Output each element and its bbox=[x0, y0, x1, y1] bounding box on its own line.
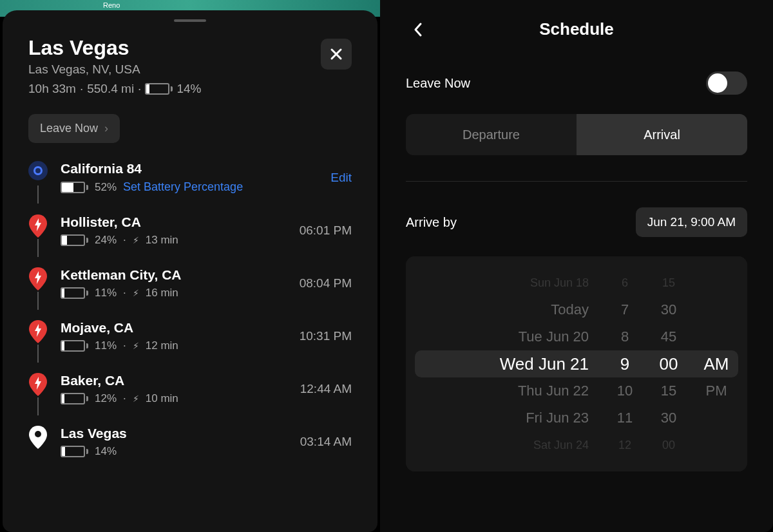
stop-row[interactable]: Mojave, CA 11%·⚡︎12 min 10:31 PM bbox=[28, 320, 352, 373]
departure-arrival-tabs: Departure Arrival bbox=[406, 114, 747, 155]
tab-arrival[interactable]: Arrival bbox=[577, 114, 747, 155]
charger-pin-icon bbox=[29, 373, 47, 396]
stop-name: Baker, CA bbox=[61, 373, 287, 388]
edit-button[interactable]: Edit bbox=[330, 171, 352, 185]
battery-icon bbox=[145, 83, 173, 95]
stop-row[interactable]: California 84 52%Set Battery Percentage … bbox=[28, 161, 352, 214]
stop-meta: 14% bbox=[61, 445, 287, 458]
arrive-by-chip[interactable]: Jun 21, 9:00 AM bbox=[636, 207, 747, 237]
picker-hour: 10 bbox=[613, 383, 636, 399]
bolt-icon: ⚡︎ bbox=[133, 288, 139, 298]
leave-now-button[interactable]: Leave Now › bbox=[28, 114, 120, 143]
datetime-picker[interactable]: Sun Jun 18 6 15 Today 7 30 Tue Jun 20 8 … bbox=[406, 256, 747, 471]
trip-duration: 10h 33m bbox=[28, 82, 76, 96]
battery-icon bbox=[61, 182, 88, 193]
stop-name: California 84 bbox=[61, 161, 318, 176]
close-button[interactable] bbox=[321, 39, 352, 70]
picker-date: Today bbox=[421, 301, 595, 318]
battery-icon bbox=[61, 340, 88, 352]
route-connector bbox=[37, 292, 39, 310]
charger-pin-icon bbox=[29, 267, 47, 290]
battery-icon bbox=[61, 234, 88, 246]
picker-date: Tue Jun 20 bbox=[421, 328, 595, 345]
picker-date: Wed Jun 21 bbox=[421, 354, 595, 374]
charge-duration: 10 min bbox=[146, 392, 178, 405]
battery-icon bbox=[61, 287, 88, 299]
picker-hour: 8 bbox=[613, 328, 636, 345]
svg-point-0 bbox=[35, 431, 41, 437]
stop-time: 03:14 AM bbox=[300, 435, 352, 449]
picker-row[interactable]: Wed Jun 21 9 00 AM bbox=[415, 350, 738, 377]
leave-now-label: Leave Now bbox=[40, 122, 98, 135]
picker-minute: 15 bbox=[654, 383, 683, 399]
stop-meta: 24%·⚡︎13 min bbox=[61, 234, 287, 247]
charge-duration: 16 min bbox=[146, 287, 178, 299]
picker-row[interactable]: Thu Jun 22 10 15 PM bbox=[421, 377, 732, 404]
picker-minute: 00 bbox=[654, 439, 683, 452]
picker-row[interactable]: Today 7 30 bbox=[421, 296, 732, 323]
picker-hour: 11 bbox=[613, 410, 636, 426]
back-button[interactable] bbox=[412, 21, 424, 38]
picker-ampm: AM bbox=[701, 354, 732, 374]
picker-hour: 7 bbox=[613, 301, 636, 318]
arrive-by-label: Arrive by bbox=[406, 215, 457, 230]
stop-meta: 11%·⚡︎12 min bbox=[61, 339, 287, 352]
charger-pin-icon bbox=[29, 214, 47, 238]
bolt-icon: ⚡︎ bbox=[133, 341, 139, 351]
trip-summary: 10h 33m · 550.4 mi · 14% bbox=[28, 82, 201, 96]
stop-time: 12:44 AM bbox=[300, 382, 352, 396]
stop-meta: 52%Set Battery Percentage bbox=[61, 180, 318, 194]
drag-handle[interactable] bbox=[174, 19, 206, 22]
picker-date: Fri Jun 23 bbox=[421, 410, 595, 426]
route-connector bbox=[37, 345, 39, 363]
stop-name: Kettleman City, CA bbox=[61, 267, 287, 283]
picker-row[interactable]: Sun Jun 18 6 15 bbox=[421, 269, 732, 296]
picker-row[interactable]: Fri Jun 23 11 30 bbox=[421, 404, 732, 432]
schedule-title: Schedule bbox=[539, 19, 614, 39]
destination-subtitle: Las Vegas, NV, USA bbox=[28, 62, 201, 77]
set-battery-link[interactable]: Set Battery Percentage bbox=[123, 180, 243, 194]
route-connector bbox=[37, 397, 39, 415]
picker-date: Sun Jun 18 bbox=[421, 276, 595, 290]
route-connector bbox=[37, 185, 39, 204]
picker-minute: 30 bbox=[654, 410, 683, 426]
stop-time: 06:01 PM bbox=[300, 223, 352, 238]
stop-name: Mojave, CA bbox=[61, 320, 287, 336]
charge-duration: 12 min bbox=[146, 339, 178, 352]
divider bbox=[406, 181, 747, 182]
destination-pin-icon bbox=[29, 426, 47, 449]
stop-battery: 11% bbox=[95, 287, 117, 299]
picker-date: Thu Jun 22 bbox=[421, 383, 595, 399]
stop-battery: 14% bbox=[95, 445, 117, 458]
trip-card: Las Vegas Las Vegas, NV, USA 10h 33m · 5… bbox=[3, 10, 377, 532]
stop-row[interactable]: Kettleman City, CA 11%·⚡︎16 min 08:04 PM bbox=[28, 267, 352, 320]
stop-name: Hollister, CA bbox=[61, 214, 287, 230]
toggle-knob bbox=[708, 73, 727, 93]
stop-battery: 11% bbox=[95, 339, 117, 352]
stop-row[interactable]: Hollister, CA 24%·⚡︎13 min 06:01 PM bbox=[28, 214, 352, 267]
picker-row[interactable]: Tue Jun 20 8 45 bbox=[421, 323, 732, 350]
schedule-panel: Schedule Leave Now Departure Arrival Arr… bbox=[380, 0, 773, 532]
bolt-icon: ⚡︎ bbox=[133, 235, 139, 245]
arrival-battery: 14% bbox=[177, 82, 201, 96]
stop-time: 10:31 PM bbox=[300, 329, 352, 343]
stop-time: 08:04 PM bbox=[300, 276, 352, 290]
stop-battery: 12% bbox=[95, 392, 117, 405]
chevron-left-icon bbox=[412, 21, 424, 38]
chevron-right-icon: › bbox=[104, 122, 108, 135]
battery-icon bbox=[61, 393, 88, 404]
charge-duration: 13 min bbox=[146, 234, 178, 247]
tab-departure[interactable]: Departure bbox=[406, 114, 577, 155]
picker-row[interactable]: Sat Jun 24 12 00 bbox=[421, 432, 732, 459]
picker-minute: 30 bbox=[654, 301, 683, 318]
stop-row[interactable]: Baker, CA 12%·⚡︎10 min 12:44 AM bbox=[28, 373, 352, 426]
destination-title: Las Vegas bbox=[28, 36, 201, 60]
picker-ampm: PM bbox=[701, 383, 732, 399]
stops-list: California 84 52%Set Battery Percentage … bbox=[28, 161, 352, 479]
stop-row[interactable]: Las Vegas 14% 03:14 AM bbox=[28, 426, 352, 479]
stop-battery: 52% bbox=[95, 181, 117, 194]
leave-now-toggle[interactable] bbox=[706, 71, 747, 95]
start-marker-icon bbox=[28, 161, 48, 180]
charger-pin-icon bbox=[29, 320, 47, 343]
stop-name: Las Vegas bbox=[61, 426, 287, 441]
